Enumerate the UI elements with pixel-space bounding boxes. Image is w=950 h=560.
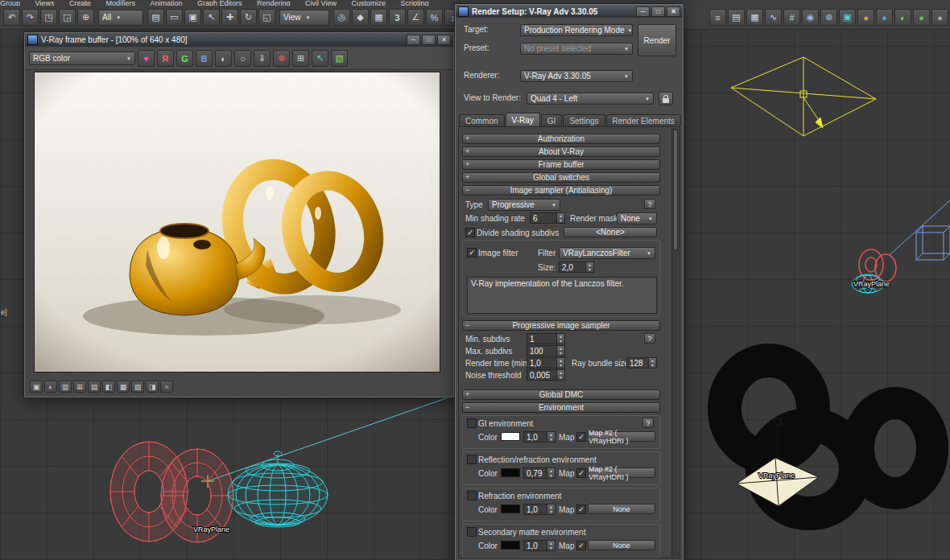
rollout-global-dmc[interactable]: + Global DMC: [462, 389, 660, 400]
minimize-button[interactable]: ─: [636, 6, 650, 17]
render-gi-icon[interactable]: ●: [913, 9, 930, 26]
percent-snap-icon[interactable]: %: [426, 9, 443, 26]
scrollbar-thumb[interactable]: [673, 130, 678, 250]
mono-channel-button[interactable]: ◐: [215, 50, 232, 67]
close-button[interactable]: ✕: [437, 35, 451, 45]
blue-channel-button[interactable]: B: [196, 50, 213, 67]
save-image-button[interactable]: ⇓: [254, 50, 271, 67]
lut-icon[interactable]: ◨: [146, 381, 159, 393]
curves-icon[interactable]: ▧: [131, 381, 144, 393]
angle-snap-icon[interactable]: ∠: [407, 9, 424, 26]
spinner-down-icon[interactable]: ▼: [547, 546, 555, 550]
hue-saturation-icon[interactable]: ▤: [88, 381, 101, 393]
spinner-down-icon[interactable]: ▼: [586, 267, 593, 272]
reflection-map-checkbox[interactable]: ✓: [576, 468, 586, 478]
spinner-down-icon[interactable]: ▼: [557, 363, 564, 368]
gi-multiplier-spinner[interactable]: 1,0 ▲▼: [523, 431, 556, 443]
levels-icon[interactable]: ▦: [117, 381, 130, 393]
vfb-title-bar[interactable]: V-Ray frame buffer - [100% of 640 x 480]…: [25, 33, 453, 47]
vray-plane-gizmo[interactable]: [731, 57, 876, 136]
rollout-about-vray[interactable]: + About V-Ray: [462, 146, 660, 157]
rollout-environment[interactable]: − Environment: [462, 402, 660, 413]
render-button[interactable]: Render: [638, 24, 676, 56]
material-editor-icon[interactable]: ◉: [802, 9, 819, 26]
menu-group[interactable]: Group: [0, 0, 20, 6]
select-and-rotate-icon[interactable]: ↻: [240, 9, 257, 26]
secondary-matte-map-button[interactable]: None: [588, 540, 655, 550]
gi-color-swatch[interactable]: [501, 432, 520, 441]
red-channel-button[interactable]: R: [157, 50, 174, 67]
tab-common[interactable]: Common: [459, 114, 505, 126]
graphite-ribbon-icon[interactable]: ▦: [746, 9, 763, 26]
menu-views[interactable]: Views: [35, 0, 55, 6]
render-iterative-icon[interactable]: ●: [876, 9, 893, 26]
maximize-button[interactable]: □: [651, 6, 665, 17]
render-production-icon[interactable]: ●: [857, 9, 874, 26]
rollout-progressive-sampler[interactable]: − Progressive image sampler: [462, 320, 660, 331]
ray-bundle-spinner[interactable]: 128 ▲▼: [626, 357, 657, 369]
select-object-icon[interactable]: ↖: [203, 9, 220, 26]
select-and-manipulate-icon[interactable]: ◆: [352, 9, 369, 26]
clear-image-button[interactable]: ⊗: [273, 50, 290, 67]
spinner-down-icon[interactable]: ▼: [547, 437, 555, 442]
swatches-icon[interactable]: ♥: [138, 50, 155, 67]
track-mouse-button[interactable]: ↖: [312, 50, 328, 67]
refraction-color-swatch[interactable]: [501, 504, 520, 513]
camera-box-wireframe[interactable]: [890, 200, 950, 260]
manage-layers-icon[interactable]: ▤: [728, 9, 745, 26]
activeshade-icon[interactable]: ◐: [894, 9, 911, 26]
menu-modifiers[interactable]: Modifiers: [105, 0, 135, 6]
spinner-down-icon[interactable]: ▼: [547, 509, 555, 514]
srgb-icon[interactable]: ≈: [160, 381, 173, 393]
select-and-scale-icon[interactable]: ◱: [258, 9, 275, 26]
stamp-icon[interactable]: ▣: [30, 381, 43, 393]
rendered-frame-window-icon[interactable]: ▣: [839, 9, 856, 26]
reflection-map-button[interactable]: Map #2 ( VRayHDRI ): [588, 467, 655, 478]
render-last-icon[interactable]: ●: [931, 9, 948, 26]
tab-vray[interactable]: V-Ray: [506, 113, 540, 126]
schematic-view-icon[interactable]: #: [783, 9, 800, 26]
unlink-selection-icon[interactable]: ◲: [59, 9, 76, 26]
menu-animation[interactable]: Animation: [150, 0, 182, 6]
select-and-link-icon[interactable]: ◳: [40, 9, 57, 26]
spinner-down-icon[interactable]: ▼: [557, 218, 564, 223]
refraction-multiplier-spinner[interactable]: 1,0 ▲▼: [523, 504, 556, 515]
min-subdivs-spinner[interactable]: 1 ▲▼: [527, 333, 565, 344]
noise-threshold-spinner[interactable]: 0,005 ▲▼: [527, 369, 565, 381]
duplicate-to-host-button[interactable]: ⊞: [292, 50, 309, 67]
filter-dropdown[interactable]: VRayLanczosFilter ▼: [559, 247, 655, 259]
scrollbar[interactable]: [671, 128, 679, 557]
spinner-down-icon[interactable]: ▼: [547, 473, 555, 478]
tab-gi[interactable]: GI: [541, 114, 563, 126]
use-pivot-center-icon[interactable]: ◎: [333, 9, 350, 26]
close-button[interactable]: ✕: [667, 6, 680, 17]
rollout-global-switches[interactable]: + Global switches: [462, 172, 660, 183]
renderer-dropdown[interactable]: V-Ray Adv 3.30.05 ▼: [520, 70, 633, 82]
window-crossing-icon[interactable]: ▣: [184, 9, 201, 26]
undo-icon[interactable]: ↶: [3, 9, 20, 26]
secondary-matte-map-checkbox[interactable]: ✓: [576, 541, 586, 550]
region-render-button[interactable]: ▧: [331, 50, 348, 67]
min-shading-rate-spinner[interactable]: 6 ▲▼: [530, 212, 565, 224]
reflection-color-swatch[interactable]: [501, 468, 520, 477]
render-setup-icon[interactable]: ⊛: [820, 9, 837, 26]
redo-icon[interactable]: ↷: [22, 9, 39, 26]
spinner-down-icon[interactable]: ▼: [557, 351, 564, 356]
sampler-type-dropdown[interactable]: Progressive ▼: [488, 199, 560, 211]
menu-customize[interactable]: Customize: [351, 0, 386, 6]
curve-editor-icon[interactable]: ∿: [765, 9, 782, 26]
render-mask-dropdown[interactable]: None ▼: [617, 212, 657, 224]
snap-toggle-icon[interactable]: 3: [389, 9, 406, 26]
green-channel-button[interactable]: G: [176, 50, 193, 67]
help-button[interactable]: ?: [644, 199, 655, 209]
channel-dropdown[interactable]: RGB color ▼: [29, 51, 135, 65]
white-balance-icon[interactable]: ⊞: [73, 381, 86, 393]
rollout-authorization[interactable]: + Authorization: [462, 134, 660, 144]
alpha-channel-button[interactable]: ○: [234, 50, 251, 67]
render-time-spinner[interactable]: 1,0 ▲▼: [527, 357, 565, 369]
filter-size-spinner[interactable]: 2,0 ▲▼: [559, 261, 594, 273]
refraction-map-button[interactable]: None: [588, 504, 655, 514]
tab-settings[interactable]: Settings: [563, 114, 605, 126]
selection-filter-dropdown[interactable]: All ▼: [98, 10, 143, 26]
show-corrections-icon[interactable]: ◐: [44, 381, 57, 393]
